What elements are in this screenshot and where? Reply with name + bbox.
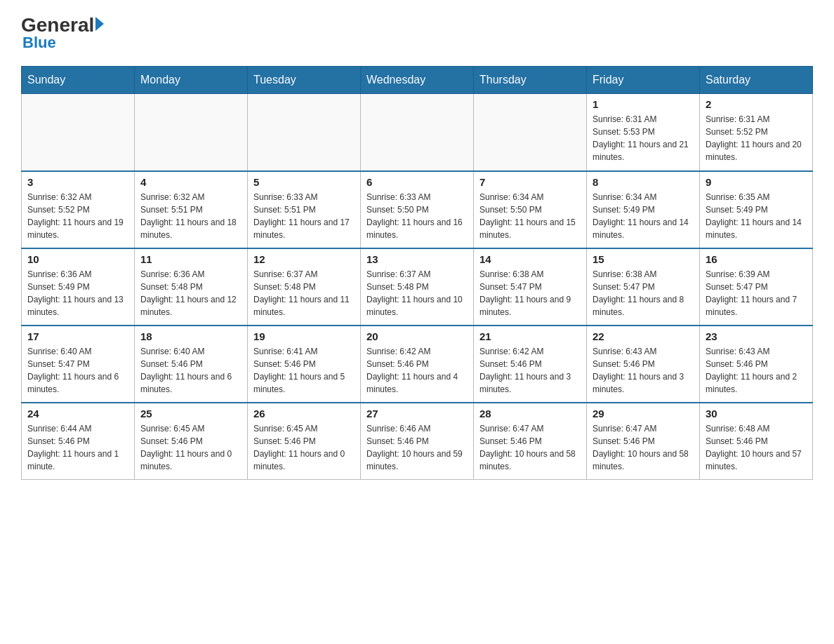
day-number: 5 (253, 176, 355, 188)
table-row: 29Sunrise: 6:47 AMSunset: 5:46 PMDayligh… (587, 403, 700, 480)
day-number: 25 (140, 408, 241, 420)
calendar-week-row: 1Sunrise: 6:31 AMSunset: 5:53 PMDaylight… (22, 94, 813, 171)
day-number: 28 (479, 408, 581, 420)
day-info: Sunrise: 6:43 AMSunset: 5:46 PMDaylight:… (706, 345, 807, 396)
calendar-header-row: Sunday Monday Tuesday Wednesday Thursday… (22, 67, 813, 94)
table-row: 8Sunrise: 6:34 AMSunset: 5:49 PMDaylight… (587, 171, 700, 248)
day-number: 2 (706, 98, 807, 110)
day-number: 11 (140, 253, 241, 265)
day-info: Sunrise: 6:42 AMSunset: 5:46 PMDaylight:… (479, 345, 581, 396)
table-row: 6Sunrise: 6:33 AMSunset: 5:50 PMDaylight… (361, 171, 474, 248)
day-info: Sunrise: 6:31 AMSunset: 5:53 PMDaylight:… (593, 113, 694, 163)
col-thursday: Thursday (474, 67, 587, 94)
day-info: Sunrise: 6:35 AMSunset: 5:49 PMDaylight:… (706, 191, 807, 241)
day-number: 18 (140, 330, 241, 342)
table-row: 7Sunrise: 6:34 AMSunset: 5:50 PMDaylight… (474, 171, 587, 248)
table-row: 2Sunrise: 6:31 AMSunset: 5:52 PMDaylight… (700, 94, 813, 171)
day-info: Sunrise: 6:45 AMSunset: 5:46 PMDaylight:… (140, 422, 241, 473)
col-wednesday: Wednesday (361, 67, 474, 94)
table-row: 13Sunrise: 6:37 AMSunset: 5:48 PMDayligh… (361, 248, 474, 326)
table-row: 18Sunrise: 6:40 AMSunset: 5:46 PMDayligh… (135, 326, 248, 403)
day-number: 20 (366, 330, 468, 342)
day-info: Sunrise: 6:41 AMSunset: 5:46 PMDaylight:… (253, 345, 355, 396)
day-info: Sunrise: 6:33 AMSunset: 5:51 PMDaylight:… (253, 191, 355, 241)
table-row: 28Sunrise: 6:47 AMSunset: 5:46 PMDayligh… (474, 403, 587, 480)
table-row: 23Sunrise: 6:43 AMSunset: 5:46 PMDayligh… (700, 326, 813, 403)
table-row: 21Sunrise: 6:42 AMSunset: 5:46 PMDayligh… (474, 326, 587, 403)
logo: General Blue (21, 14, 104, 52)
table-row: 25Sunrise: 6:45 AMSunset: 5:46 PMDayligh… (135, 403, 248, 480)
day-number: 13 (366, 253, 468, 265)
logo-blue-label: Blue (22, 34, 56, 52)
day-info: Sunrise: 6:47 AMSunset: 5:46 PMDaylight:… (479, 422, 581, 473)
day-info: Sunrise: 6:44 AMSunset: 5:46 PMDaylight:… (27, 422, 128, 473)
logo-arrow-icon (95, 17, 104, 31)
day-number: 17 (27, 330, 128, 342)
page-header: General Blue (21, 14, 813, 52)
col-friday: Friday (587, 67, 700, 94)
day-number: 14 (479, 253, 581, 265)
calendar-week-row: 3Sunrise: 6:32 AMSunset: 5:52 PMDaylight… (22, 171, 813, 248)
table-row: 22Sunrise: 6:43 AMSunset: 5:46 PMDayligh… (587, 326, 700, 403)
table-row (361, 94, 474, 171)
day-number: 4 (140, 176, 241, 188)
day-info: Sunrise: 6:43 AMSunset: 5:46 PMDaylight:… (593, 345, 694, 396)
day-number: 1 (593, 98, 694, 110)
day-info: Sunrise: 6:32 AMSunset: 5:52 PMDaylight:… (27, 191, 128, 241)
table-row: 16Sunrise: 6:39 AMSunset: 5:47 PMDayligh… (700, 248, 813, 326)
day-number: 10 (27, 253, 128, 265)
day-info: Sunrise: 6:36 AMSunset: 5:49 PMDaylight:… (27, 268, 128, 318)
day-info: Sunrise: 6:31 AMSunset: 5:52 PMDaylight:… (706, 113, 807, 163)
day-number: 9 (706, 176, 807, 188)
table-row: 19Sunrise: 6:41 AMSunset: 5:46 PMDayligh… (248, 326, 361, 403)
table-row: 24Sunrise: 6:44 AMSunset: 5:46 PMDayligh… (22, 403, 135, 480)
day-number: 30 (706, 408, 807, 420)
day-number: 21 (479, 330, 581, 342)
table-row: 15Sunrise: 6:38 AMSunset: 5:47 PMDayligh… (587, 248, 700, 326)
day-info: Sunrise: 6:39 AMSunset: 5:47 PMDaylight:… (706, 268, 807, 318)
calendar-table: Sunday Monday Tuesday Wednesday Thursday… (21, 66, 813, 480)
day-number: 23 (706, 330, 807, 342)
col-sunday: Sunday (22, 67, 135, 94)
calendar-week-row: 24Sunrise: 6:44 AMSunset: 5:46 PMDayligh… (22, 403, 813, 480)
day-info: Sunrise: 6:47 AMSunset: 5:46 PMDaylight:… (593, 422, 694, 473)
day-number: 6 (366, 176, 468, 188)
day-number: 3 (27, 176, 128, 188)
table-row: 26Sunrise: 6:45 AMSunset: 5:46 PMDayligh… (248, 403, 361, 480)
day-info: Sunrise: 6:36 AMSunset: 5:48 PMDaylight:… (140, 268, 241, 318)
table-row: 3Sunrise: 6:32 AMSunset: 5:52 PMDaylight… (22, 171, 135, 248)
day-number: 16 (706, 253, 807, 265)
day-number: 15 (593, 253, 694, 265)
calendar-week-row: 10Sunrise: 6:36 AMSunset: 5:49 PMDayligh… (22, 248, 813, 326)
calendar-week-row: 17Sunrise: 6:40 AMSunset: 5:47 PMDayligh… (22, 326, 813, 403)
day-number: 24 (27, 408, 128, 420)
table-row: 12Sunrise: 6:37 AMSunset: 5:48 PMDayligh… (248, 248, 361, 326)
table-row: 5Sunrise: 6:33 AMSunset: 5:51 PMDaylight… (248, 171, 361, 248)
col-monday: Monday (135, 67, 248, 94)
table-row: 10Sunrise: 6:36 AMSunset: 5:49 PMDayligh… (22, 248, 135, 326)
table-row: 14Sunrise: 6:38 AMSunset: 5:47 PMDayligh… (474, 248, 587, 326)
day-info: Sunrise: 6:48 AMSunset: 5:46 PMDaylight:… (706, 422, 807, 473)
day-info: Sunrise: 6:40 AMSunset: 5:47 PMDaylight:… (27, 345, 128, 396)
table-row: 17Sunrise: 6:40 AMSunset: 5:47 PMDayligh… (22, 326, 135, 403)
table-row: 9Sunrise: 6:35 AMSunset: 5:49 PMDaylight… (700, 171, 813, 248)
day-info: Sunrise: 6:34 AMSunset: 5:50 PMDaylight:… (479, 191, 581, 241)
day-number: 27 (366, 408, 468, 420)
day-number: 8 (593, 176, 694, 188)
table-row: 11Sunrise: 6:36 AMSunset: 5:48 PMDayligh… (135, 248, 248, 326)
day-info: Sunrise: 6:33 AMSunset: 5:50 PMDaylight:… (366, 191, 468, 241)
day-number: 19 (253, 330, 355, 342)
day-info: Sunrise: 6:42 AMSunset: 5:46 PMDaylight:… (366, 345, 468, 396)
table-row (135, 94, 248, 171)
table-row: 30Sunrise: 6:48 AMSunset: 5:46 PMDayligh… (700, 403, 813, 480)
table-row (248, 94, 361, 171)
day-info: Sunrise: 6:45 AMSunset: 5:46 PMDaylight:… (253, 422, 355, 473)
day-info: Sunrise: 6:37 AMSunset: 5:48 PMDaylight:… (366, 268, 468, 318)
day-info: Sunrise: 6:38 AMSunset: 5:47 PMDaylight:… (593, 268, 694, 318)
table-row: 27Sunrise: 6:46 AMSunset: 5:46 PMDayligh… (361, 403, 474, 480)
day-info: Sunrise: 6:46 AMSunset: 5:46 PMDaylight:… (366, 422, 468, 473)
day-number: 29 (593, 408, 694, 420)
table-row (474, 94, 587, 171)
table-row (22, 94, 135, 171)
table-row: 20Sunrise: 6:42 AMSunset: 5:46 PMDayligh… (361, 326, 474, 403)
